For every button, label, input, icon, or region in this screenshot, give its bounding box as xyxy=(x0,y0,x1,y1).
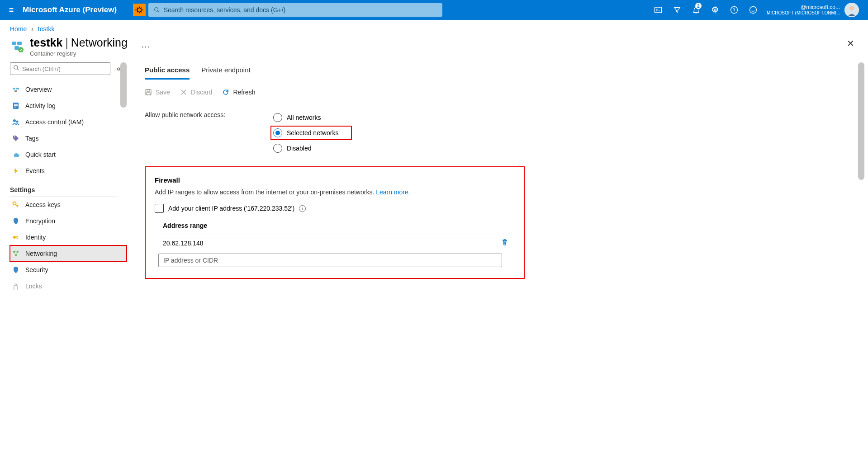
sidebar-item-label: Identity xyxy=(25,234,46,241)
add-client-ip-label: Add your client IP address ('167.220.233… xyxy=(168,205,294,212)
sidebar-item-identity[interactable]: Identity xyxy=(10,229,127,245)
svg-point-21 xyxy=(16,121,19,123)
quickstart-icon xyxy=(12,151,20,158)
search-icon xyxy=(154,7,160,13)
overview-icon xyxy=(12,86,20,93)
feedback-icon[interactable] xyxy=(744,0,762,20)
radio-selected-networks[interactable]: Selected networks xyxy=(271,127,351,139)
sidebar-item-activity-log[interactable]: Activity log xyxy=(10,98,127,114)
radio-disabled[interactable]: Disabled xyxy=(271,142,351,155)
address-input-row xyxy=(155,252,515,267)
sidebar-item-encryption[interactable]: Encryption xyxy=(10,213,127,229)
breadcrumb-current[interactable]: testkk xyxy=(38,25,55,33)
sidebar-item-networking[interactable]: Networking xyxy=(10,245,127,262)
svg-rect-30 xyxy=(147,89,150,91)
notification-badge: 2 xyxy=(695,3,702,9)
networking-icon xyxy=(12,250,20,257)
sidebar-section-settings: Settings xyxy=(10,181,117,197)
sidebar-item-label: Encryption xyxy=(25,217,55,225)
global-search-input[interactable] xyxy=(164,6,437,14)
sidebar-item-label: Events xyxy=(25,167,45,174)
sidebar-search-input[interactable] xyxy=(10,62,110,75)
network-access-row: Allow public network access: All network… xyxy=(145,104,868,157)
sidebar-item-label: Activity log xyxy=(25,102,56,109)
tab-public-access[interactable]: Public access xyxy=(145,62,190,80)
discard-button[interactable]: Discard xyxy=(180,89,212,96)
svg-rect-13 xyxy=(13,88,15,89)
info-icon[interactable]: i xyxy=(299,205,306,212)
page-title: Networking xyxy=(71,36,128,49)
sidebar-item-label: Quick start xyxy=(25,151,56,158)
sidebar-item-iam[interactable]: Access control (IAM) xyxy=(10,114,127,130)
resource-name: testkk xyxy=(30,36,62,49)
address-range-header: Address range xyxy=(155,219,515,234)
network-access-label: Allow public network access: xyxy=(145,111,271,118)
brand-label[interactable]: Microsoft Azure (Preview) xyxy=(23,5,130,14)
sidebar-item-label: Access control (IAM) xyxy=(25,118,84,126)
svg-rect-28 xyxy=(14,286,18,290)
address-value: 20.62.128.148 xyxy=(163,240,204,247)
main-scrollbar[interactable] xyxy=(858,62,864,461)
sidebar-item-overview[interactable]: Overview xyxy=(10,81,127,98)
svg-rect-31 xyxy=(147,93,150,95)
topbar: ≡ Microsoft Azure (Preview) 2 @microsoft… xyxy=(0,0,868,20)
global-search[interactable] xyxy=(148,3,442,17)
address-input[interactable] xyxy=(158,254,502,267)
close-icon[interactable]: ✕ xyxy=(847,38,854,49)
sidebar-item-label: Security xyxy=(25,266,48,273)
svg-point-22 xyxy=(14,137,15,137)
sidebar-item-label: Locks xyxy=(25,282,42,290)
settings-gear-icon[interactable] xyxy=(706,0,724,20)
hamburger-menu-icon[interactable]: ≡ xyxy=(0,5,23,15)
user-info[interactable]: @microsoft.co... MICROSOFT (MICROSOFT.ON… xyxy=(763,4,844,16)
tab-private-endpoint[interactable]: Private endpoint xyxy=(201,62,250,80)
security-icon xyxy=(12,266,20,273)
address-row: 20.62.128.148 xyxy=(155,234,515,252)
sidebar-item-label: Access keys xyxy=(25,201,61,208)
page-subtitle: Container registry xyxy=(30,50,128,57)
add-client-ip-checkbox[interactable] xyxy=(155,204,164,213)
directory-filter-icon[interactable] xyxy=(668,0,686,20)
svg-point-1 xyxy=(155,8,158,11)
svg-point-20 xyxy=(13,119,16,122)
page-title-block: testkk | Networking Container registry xyxy=(30,36,128,57)
save-button[interactable]: Save xyxy=(145,89,170,96)
sidebar-item-security[interactable]: Security xyxy=(10,262,127,278)
save-icon xyxy=(145,89,152,96)
sidebar-item-tags[interactable]: Tags xyxy=(10,130,127,146)
discard-icon xyxy=(180,89,187,96)
svg-rect-17 xyxy=(14,104,18,105)
help-icon[interactable] xyxy=(725,0,743,20)
svg-rect-9 xyxy=(17,42,22,45)
breadcrumb: Home › testkk xyxy=(0,20,868,36)
user-tenant: MICROSOFT (MICROSOFT.ONMI... xyxy=(767,10,840,16)
svg-point-4 xyxy=(730,7,737,14)
avatar[interactable] xyxy=(844,3,859,17)
notifications-icon[interactable]: 2 xyxy=(687,0,705,20)
events-icon xyxy=(12,167,20,174)
sidebar-item-quickstart[interactable]: Quick start xyxy=(10,146,127,163)
header-more-icon[interactable]: ⋯ xyxy=(141,41,151,52)
cloud-shell-icon[interactable] xyxy=(649,0,667,20)
page-header: testkk | Networking Container registry ⋯… xyxy=(0,36,868,62)
breadcrumb-home[interactable]: Home xyxy=(10,25,27,33)
preview-bug-icon[interactable] xyxy=(133,4,146,16)
sidebar-item-label: Tags xyxy=(25,135,39,142)
encryption-icon xyxy=(12,217,20,225)
svg-rect-15 xyxy=(14,90,17,92)
learn-more-link[interactable]: Learn more. xyxy=(376,188,410,196)
identity-icon xyxy=(12,234,20,241)
svg-rect-2 xyxy=(655,7,661,13)
radio-all-networks[interactable]: All networks xyxy=(271,111,351,124)
main-content: Public access Private endpoint Save Disc… xyxy=(127,62,868,461)
sidebar-scrollbar[interactable] xyxy=(120,62,127,461)
refresh-button[interactable]: Refresh xyxy=(222,89,255,96)
sidebar-item-access-keys[interactable]: Access keys xyxy=(10,197,127,213)
svg-rect-14 xyxy=(16,88,19,89)
sidebar-item-locks[interactable]: Locks xyxy=(10,278,127,294)
search-icon xyxy=(13,65,19,73)
container-registry-icon xyxy=(10,38,25,53)
sidebar-item-events[interactable]: Events xyxy=(10,163,127,179)
sidebar: « Overview Activity log Access control (… xyxy=(0,62,127,461)
delete-icon[interactable] xyxy=(501,239,508,248)
